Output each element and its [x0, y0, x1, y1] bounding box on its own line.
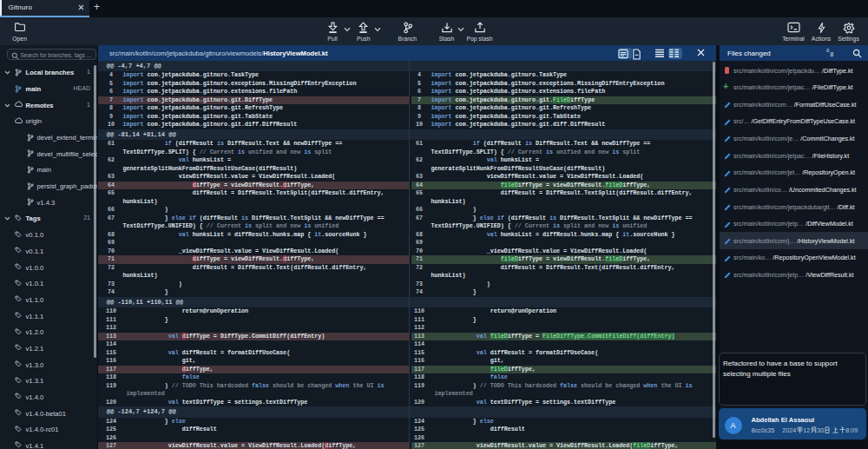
svg-text:8: 8 — [830, 50, 833, 57]
